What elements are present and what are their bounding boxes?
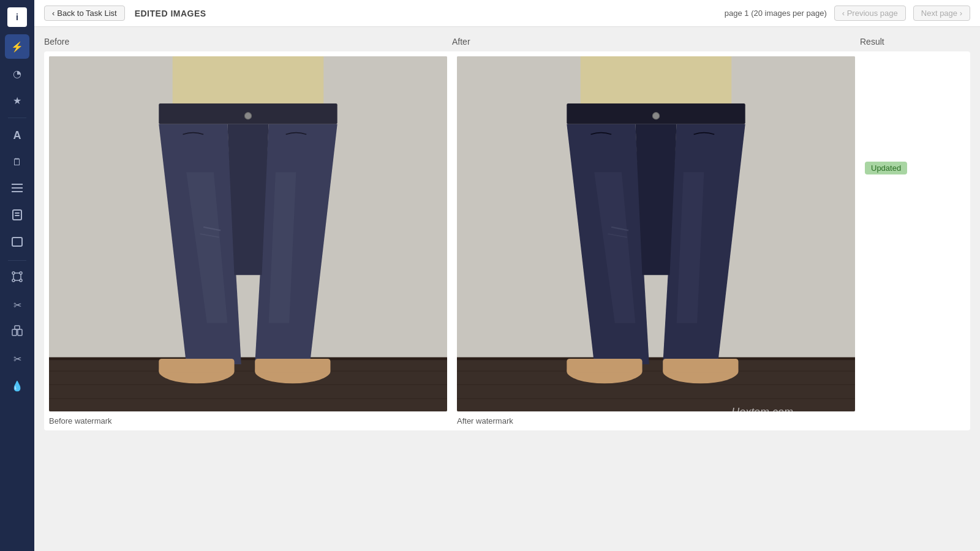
svg-point-9 bbox=[20, 272, 22, 274]
before-image bbox=[49, 56, 447, 411]
svg-rect-43 bbox=[581, 56, 732, 107]
page-title: EDITED IMAGES bbox=[135, 9, 206, 18]
main-area: ‹ Back to Task List EDITED IMAGES page 1… bbox=[34, 0, 980, 551]
list-icon bbox=[12, 183, 23, 195]
back-chevron-icon: ‹ bbox=[52, 9, 55, 18]
scissors-icon: ✂ bbox=[13, 299, 21, 311]
back-button-label: Back to Task List bbox=[57, 9, 116, 18]
sidebar-item-transform[interactable] bbox=[5, 266, 29, 290]
svg-point-51 bbox=[652, 113, 659, 119]
svg-point-10 bbox=[12, 279, 15, 282]
pagination-info: page 1 (20 images per page) bbox=[725, 9, 827, 18]
svg-rect-3 bbox=[12, 184, 14, 185]
next-label: Next page › bbox=[921, 9, 962, 18]
svg-point-11 bbox=[20, 279, 22, 282]
svg-rect-34 bbox=[255, 359, 330, 372]
after-column-header: After bbox=[452, 37, 860, 47]
after-image: Hextom.com bbox=[457, 56, 855, 411]
file-icon bbox=[12, 209, 22, 223]
svg-rect-2 bbox=[12, 191, 23, 192]
after-image-label: After watermark bbox=[457, 416, 855, 425]
drop-icon: 💧 bbox=[11, 380, 23, 392]
prev-label: ‹ Previous page bbox=[842, 9, 898, 18]
svg-rect-21 bbox=[49, 358, 447, 411]
svg-rect-17 bbox=[18, 329, 22, 335]
clock-icon: ◔ bbox=[13, 68, 21, 80]
star-icon: ★ bbox=[13, 95, 21, 107]
header: ‹ Back to Task List EDITED IMAGES page 1… bbox=[34, 0, 980, 27]
svg-rect-50 bbox=[663, 359, 738, 372]
svg-rect-32 bbox=[159, 359, 234, 372]
image-row: Before watermark bbox=[44, 51, 970, 430]
svg-rect-1 bbox=[12, 187, 23, 189]
svg-rect-27 bbox=[173, 56, 324, 107]
before-image-cell: Before watermark bbox=[44, 51, 452, 430]
sidebar-item-doc[interactable]: 🗒 bbox=[5, 150, 29, 174]
svg-rect-6 bbox=[15, 215, 20, 216]
sidebar-item-clock[interactable]: ◔ bbox=[5, 61, 29, 86]
content-area: Before After Result bbox=[34, 27, 980, 551]
header-right: page 1 (20 images per page) ‹ Previous p… bbox=[725, 6, 970, 21]
sidebar-item-cut[interactable]: ✂ bbox=[5, 347, 29, 371]
svg-rect-18 bbox=[15, 326, 20, 329]
sidebar-item-text[interactable]: A bbox=[5, 123, 29, 148]
sidebar-logo: i bbox=[7, 7, 27, 27]
before-image-label: Before watermark bbox=[49, 416, 447, 425]
svg-rect-38 bbox=[457, 358, 855, 360]
column-headers: Before After Result bbox=[44, 37, 970, 51]
before-column-header: Before bbox=[44, 37, 452, 47]
rect-icon bbox=[12, 237, 23, 249]
svg-point-8 bbox=[12, 272, 15, 274]
result-cell: Updated bbox=[860, 51, 970, 430]
after-image-cell: Hextom.com After watermark bbox=[452, 51, 860, 430]
previous-page-button[interactable]: ‹ Previous page bbox=[834, 6, 906, 21]
svg-rect-48 bbox=[567, 359, 642, 372]
svg-rect-7 bbox=[12, 238, 22, 246]
svg-point-35 bbox=[244, 113, 251, 119]
sidebar-item-group[interactable] bbox=[5, 320, 29, 344]
sidebar-item-rect[interactable] bbox=[5, 231, 29, 255]
svg-rect-5 bbox=[15, 212, 20, 214]
lightning-icon: ⚡ bbox=[11, 41, 23, 53]
svg-text:Hextom.com: Hextom.com bbox=[731, 406, 793, 411]
sidebar-divider-1 bbox=[8, 118, 26, 118]
result-column-header: Result bbox=[860, 37, 970, 47]
group-icon bbox=[12, 325, 23, 339]
transform-icon bbox=[12, 271, 23, 285]
updated-badge: Updated bbox=[865, 162, 907, 174]
doc-icon: 🗒 bbox=[12, 157, 22, 168]
sidebar: i ⚡ ◔ ★ A 🗒 bbox=[0, 0, 34, 551]
sidebar-item-file[interactable] bbox=[5, 204, 29, 228]
sidebar-item-drop[interactable]: 💧 bbox=[5, 373, 29, 398]
sidebar-item-list[interactable] bbox=[5, 177, 29, 201]
sidebar-item-star[interactable]: ★ bbox=[5, 88, 29, 113]
header-left: ‹ Back to Task List EDITED IMAGES bbox=[44, 6, 206, 21]
svg-rect-22 bbox=[49, 358, 447, 360]
text-icon: A bbox=[13, 129, 21, 142]
next-page-button[interactable]: Next page › bbox=[913, 6, 970, 21]
svg-rect-37 bbox=[457, 358, 855, 411]
sidebar-item-lightning[interactable]: ⚡ bbox=[5, 34, 29, 59]
sidebar-item-scissors[interactable]: ✂ bbox=[5, 293, 29, 317]
svg-rect-16 bbox=[12, 329, 17, 335]
back-to-task-list-button[interactable]: ‹ Back to Task List bbox=[44, 6, 125, 21]
sidebar-divider-2 bbox=[8, 260, 26, 261]
cut-icon: ✂ bbox=[13, 353, 21, 365]
